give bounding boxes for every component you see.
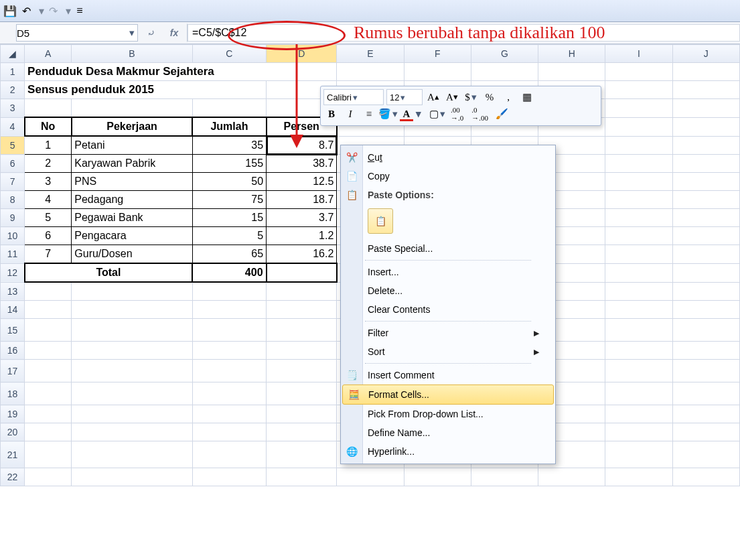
- row-header[interactable]: 22: [1, 468, 25, 486]
- row-header[interactable]: 14: [1, 301, 25, 319]
- row-header[interactable]: 5: [1, 136, 25, 155]
- formula-input[interactable]: =C5/$C$12: [188, 24, 740, 42]
- row-header[interactable]: 20: [1, 423, 25, 441]
- undo-icon[interactable]: ↶: [20, 5, 32, 17]
- cell[interactable]: 1.2: [267, 227, 337, 245]
- save-icon[interactable]: 💾: [4, 5, 16, 17]
- col-header[interactable]: J: [672, 45, 739, 63]
- ctx-cut[interactable]: ✂️Cut: [341, 148, 555, 167]
- cell[interactable]: 35: [192, 136, 266, 155]
- qat-dropdown-icon[interactable]: ▾: [66, 5, 71, 17]
- ctx-filter[interactable]: Filter▶: [341, 324, 555, 342]
- cell[interactable]: 38.7: [267, 155, 337, 173]
- row-header[interactable]: 6: [1, 155, 25, 173]
- cell[interactable]: Pedagang: [72, 191, 192, 209]
- cell[interactable]: 3: [25, 173, 72, 191]
- row-header[interactable]: 10: [1, 227, 25, 245]
- cell[interactable]: 75: [192, 191, 266, 209]
- cell[interactable]: Karyawan Pabrik: [72, 155, 192, 173]
- row-header[interactable]: 21: [1, 441, 25, 468]
- cell[interactable]: 6: [25, 227, 72, 245]
- percent-icon[interactable]: %: [482, 90, 498, 104]
- cell[interactable]: Petani: [72, 136, 192, 155]
- selected-cell[interactable]: 8.7: [267, 136, 337, 155]
- hdr-job[interactable]: Pekerjaan: [72, 117, 192, 136]
- paste-option-button[interactable]: 📋: [368, 208, 393, 234]
- col-header[interactable]: H: [538, 45, 605, 63]
- ctx-insert[interactable]: Insert...: [341, 263, 555, 281]
- cell[interactable]: 2: [25, 155, 72, 173]
- row-header[interactable]: 9: [1, 209, 25, 227]
- cancel-formula-icon[interactable]: ⤾: [142, 23, 161, 42]
- col-header[interactable]: G: [471, 45, 538, 63]
- row-header[interactable]: 16: [1, 342, 25, 360]
- total-value[interactable]: 400: [192, 263, 266, 282]
- chevron-down-icon[interactable]: ▾: [129, 27, 135, 39]
- align-center-icon[interactable]: ≡: [361, 107, 377, 121]
- col-header[interactable]: F: [404, 45, 471, 63]
- format-painter-icon[interactable]: 🖌️: [494, 107, 510, 121]
- italic-icon[interactable]: I: [342, 107, 358, 121]
- cell[interactable]: 18.7: [267, 191, 337, 209]
- row-header[interactable]: 1: [1, 63, 25, 81]
- fx-icon[interactable]: fx: [165, 23, 188, 42]
- col-header[interactable]: E: [337, 45, 404, 63]
- decrease-decimal-icon[interactable]: .0→.00: [469, 107, 491, 121]
- row-header[interactable]: 12: [1, 263, 25, 282]
- row-header[interactable]: 8: [1, 191, 25, 209]
- hdr-no[interactable]: No: [25, 117, 72, 136]
- ctx-pick-list[interactable]: Pick From Drop-down List...: [341, 405, 555, 423]
- cell[interactable]: Pengacara: [72, 227, 192, 245]
- col-header[interactable]: C: [192, 45, 266, 63]
- row-header[interactable]: 2: [1, 81, 25, 99]
- fill-color-icon[interactable]: 🪣▾: [380, 107, 396, 121]
- cell[interactable]: 50: [192, 173, 266, 191]
- ctx-paste-special[interactable]: Paste Special...: [341, 239, 555, 258]
- row-header[interactable]: 17: [1, 360, 25, 382]
- ctx-delete[interactable]: Delete...: [341, 281, 555, 300]
- cell[interactable]: 4: [25, 191, 72, 209]
- cell[interactable]: PNS: [72, 173, 192, 191]
- title-1[interactable]: Penduduk Desa Makmur Sejahtera: [25, 63, 337, 81]
- cell[interactable]: 7: [25, 245, 72, 264]
- cell[interactable]: 15: [192, 209, 266, 227]
- row-header[interactable]: 19: [1, 405, 25, 423]
- increase-decimal-icon[interactable]: .00→.0: [448, 107, 466, 121]
- cell[interactable]: 3.7: [267, 209, 337, 227]
- borders-icon[interactable]: ▢▾: [429, 107, 445, 121]
- title-2[interactable]: Sensus penduduk 2015: [25, 81, 267, 99]
- ctx-insert-comment[interactable]: 🗒️Insert Comment: [341, 366, 555, 384]
- ctx-copy[interactable]: 📄Copy: [341, 167, 555, 186]
- merge-cells-icon[interactable]: ▦: [519, 90, 535, 104]
- ctx-clear-contents[interactable]: Clear Contents: [341, 300, 555, 319]
- currency-icon[interactable]: $▾: [463, 90, 479, 104]
- row-header[interactable]: 18: [1, 382, 25, 405]
- ctx-sort[interactable]: Sort▶: [341, 342, 555, 361]
- col-header[interactable]: I: [605, 45, 672, 63]
- col-header[interactable]: A: [25, 45, 72, 63]
- cell[interactable]: 5: [25, 209, 72, 227]
- cell[interactable]: 12.5: [267, 173, 337, 191]
- ctx-define-name[interactable]: Define Name...: [341, 423, 555, 442]
- row-header[interactable]: 7: [1, 173, 25, 191]
- cell[interactable]: 5: [192, 227, 266, 245]
- row-header[interactable]: 11: [1, 245, 25, 264]
- ctx-format-cells[interactable]: 🧮Format Cells...: [342, 384, 554, 405]
- ctx-hyperlink[interactable]: 🌐Hyperlink...: [341, 442, 555, 461]
- cell[interactable]: 16.2: [267, 245, 337, 264]
- select-all-corner[interactable]: ◢: [1, 45, 25, 63]
- row-header[interactable]: 4: [1, 117, 25, 136]
- font-size-combo[interactable]: 12▾: [386, 89, 423, 105]
- col-header[interactable]: B: [72, 45, 192, 63]
- qat-dropdown-icon[interactable]: ▾: [39, 5, 44, 17]
- redo-icon[interactable]: ↷: [47, 5, 59, 17]
- cell[interactable]: Guru/Dosen: [72, 245, 192, 264]
- cell[interactable]: 155: [192, 155, 266, 173]
- total-label[interactable]: Total: [25, 263, 193, 282]
- font-family-combo[interactable]: Calibri▾: [323, 89, 384, 105]
- font-color-icon[interactable]: A▾: [398, 107, 415, 121]
- cell[interactable]: 65: [192, 245, 266, 264]
- hdr-count[interactable]: Jumlah: [192, 117, 266, 136]
- name-box[interactable]: D5 ▾: [16, 24, 138, 42]
- row-header[interactable]: 15: [1, 319, 25, 342]
